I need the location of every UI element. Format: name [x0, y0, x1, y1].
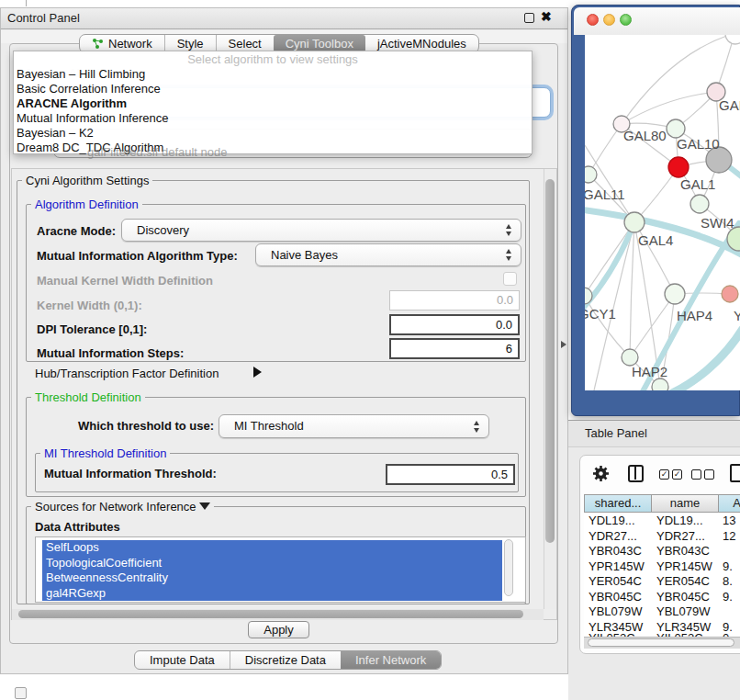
table-cell[interactable]: YBR043C [589, 544, 642, 559]
algorithm-dropdown-popup: Select algorithm to view settings Bayesi… [13, 51, 533, 154]
node-label: SWI4 [701, 215, 734, 231]
table-cell[interactable]: YPR145W [656, 559, 712, 574]
tab-discretize-data[interactable]: Discretize Data [230, 651, 341, 669]
tab-impute-data[interactable]: Impute Data [135, 651, 230, 669]
splitpane-arrow-icon[interactable] [561, 341, 566, 348]
table-cell[interactable]: YDL19... [589, 514, 635, 528]
list-item[interactable]: SelfLoops [42, 540, 502, 556]
table-cell[interactable]: YBL079W [589, 604, 643, 619]
cyni-settings-title: Cyni Algorithm Settings [22, 175, 152, 186]
network-node[interactable] [652, 378, 668, 390]
close-icon[interactable]: ✖ [541, 9, 552, 24]
which-threshold-value: MI Threshold [234, 415, 304, 437]
column-header-partial[interactable]: A [719, 494, 740, 513]
network-combobox-ghost-text: galFiltered.sif default node [87, 145, 227, 159]
manual-kernel-label: Manual Kernel Width Definition [37, 274, 213, 288]
network-node-gal4[interactable] [624, 212, 645, 232]
table-cell[interactable]: 13 [723, 514, 735, 528]
apply-button[interactable]: Apply [248, 621, 309, 638]
table-cell[interactable]: 9. [723, 590, 733, 604]
algorithm-definition-title: Algorithm Definition [31, 198, 142, 210]
kernel-width-input[interactable]: 0.0 [389, 290, 520, 310]
mac-minimize-icon[interactable] [603, 14, 615, 26]
deselect-all-columns-icon[interactable] [691, 469, 701, 480]
network-window-titlebar[interactable] [574, 7, 740, 35]
mi-steps-input[interactable]: 6 [389, 338, 520, 359]
mi-type-combobox[interactable]: Naive Bayes [255, 243, 521, 266]
table-cell[interactable]: YPR145W [589, 559, 645, 574]
node-label: GAL [719, 97, 740, 113]
column-header-name[interactable]: name [652, 494, 719, 513]
select-all-columns-icon[interactable]: ✓ [659, 469, 669, 480]
node-label: HAP4 [677, 308, 712, 323]
table-cell[interactable]: YBR043C [656, 544, 710, 559]
table-cell[interactable]: 12 [723, 529, 735, 544]
aracne-mode-value: Discovery [137, 220, 189, 241]
network-node-selected[interactable] [668, 157, 689, 177]
aracne-mode-combobox[interactable]: Discovery [121, 219, 521, 242]
hub-definition-label: Hub/Transcription Factor Definition [35, 367, 219, 381]
deselect-all-columns-icon2[interactable] [704, 469, 714, 480]
gear-icon[interactable] [592, 465, 610, 482]
kernel-width-label: Kernel Width (0,1): [37, 299, 142, 313]
node-label: Y [734, 308, 740, 323]
collapse-arrow-icon[interactable] [199, 502, 210, 510]
table-cell[interactable]: YBR045C [589, 590, 642, 604]
settings-vertical-scrollbar-thumb[interactable] [545, 179, 555, 543]
node-label: GAL80 [623, 128, 667, 143]
table-cell[interactable]: YBR045C [656, 590, 710, 604]
which-threshold-combobox[interactable]: MI Threshold [219, 414, 489, 438]
table-cell[interactable]: YER054C [656, 574, 710, 589]
network-node-gal10[interactable] [667, 119, 685, 138]
network-canvas[interactable]: GAL GAL80 GAL10 GAL1 GAL11 SWI4 GAL4 GCY… [585, 35, 740, 390]
columns-icon[interactable] [628, 465, 644, 482]
dropdown-item[interactable]: Mutual Information Inference [14, 111, 532, 126]
mi-steps-label: Mutual Information Steps: [37, 346, 184, 361]
table-horizontal-scrollbar-thumb[interactable] [588, 638, 734, 647]
dropdown-item[interactable]: Bayesian – K2 [14, 126, 532, 141]
tab-infer-network[interactable]: Infer Network [341, 651, 441, 669]
dropdown-item[interactable]: Basic Correlation Inference [14, 82, 532, 96]
data-attributes-list[interactable]: SelfLoops TopologicalCoefficient Between… [35, 536, 526, 603]
combo-arrows-icon [506, 249, 511, 261]
network-node[interactable] [725, 35, 740, 44]
export-table-icon[interactable] [730, 464, 740, 482]
aracne-mode-label: Aracne Mode: [37, 224, 116, 239]
table-cell[interactable]: YDL19... [656, 514, 703, 528]
list-item[interactable]: BetweennessCentrality [42, 570, 502, 586]
dpi-tolerance-input[interactable]: 0.0 [389, 314, 520, 335]
node-label: GAL10 [677, 136, 720, 152]
settings-horizontal-scrollbar-thumb[interactable] [18, 610, 523, 618]
list-item[interactable]: gal4RGexp [42, 586, 502, 602]
dropdown-item-selected[interactable]: ARACNE Algorithm [14, 96, 532, 111]
network-graph: GAL GAL80 GAL10 GAL1 GAL11 SWI4 GAL4 GCY… [585, 35, 740, 390]
table-cell[interactable]: YBL079W [656, 604, 711, 619]
table-cell[interactable]: YDR27... [656, 529, 705, 544]
float-panel-icon[interactable] [15, 687, 27, 699]
table-cell[interactable]: 8. [723, 574, 733, 589]
combo-arrows-icon [474, 421, 479, 433]
list-vertical-scrollbar[interactable] [504, 539, 513, 596]
mac-zoom-icon[interactable] [620, 14, 632, 26]
table-cell[interactable]: 9. [723, 559, 733, 574]
float-window-icon[interactable] [524, 13, 534, 23]
mi-threshold-input[interactable]: 0.5 [386, 464, 515, 485]
node-label: HAP2 [632, 364, 667, 379]
select-all-columns-icon2[interactable]: ✓ [672, 469, 682, 480]
network-node-hap4[interactable] [665, 284, 685, 304]
network-node[interactable] [722, 286, 738, 302]
manual-kernel-checkbox[interactable] [503, 272, 517, 286]
table-cell[interactable]: YER054C [589, 574, 642, 589]
table-panel-title: Table Panel [585, 426, 647, 441]
table-cell[interactable]: YDR27... [589, 529, 637, 544]
mi-threshold-label: Mutual Information Threshold: [44, 467, 217, 481]
list-item[interactable]: TopologicalCoefficient [42, 556, 502, 571]
dropdown-item[interactable]: Bayesian – Hill Climbing [14, 67, 532, 82]
mac-close-icon[interactable] [587, 14, 599, 26]
network-node-gal1[interactable] [690, 195, 709, 213]
network-node[interactable] [585, 166, 597, 183]
expand-arrow-icon[interactable] [253, 367, 262, 378]
node-label: GAL1 [680, 176, 715, 192]
column-header-shared-name[interactable]: shared... [584, 494, 652, 513]
control-panel-titlebar[interactable] [1, 8, 567, 29]
